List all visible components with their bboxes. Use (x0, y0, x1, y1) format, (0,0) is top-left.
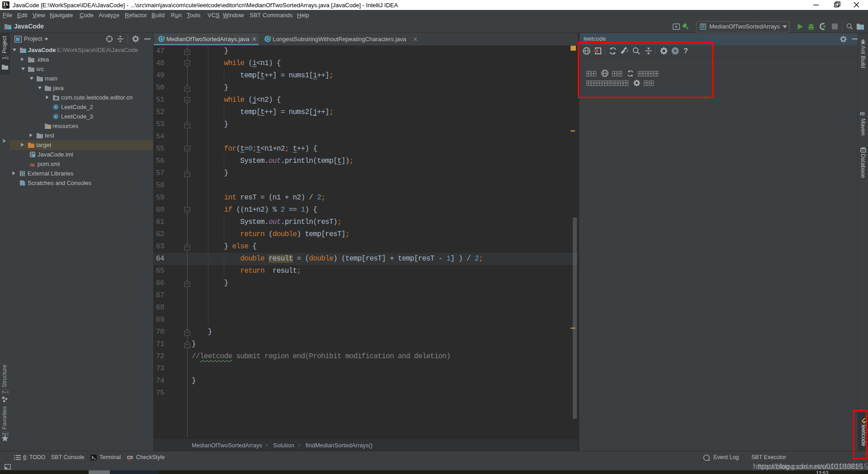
svg-text:C: C (54, 114, 57, 119)
svg-text:CS: CS (127, 455, 133, 460)
svg-text:C: C (54, 104, 57, 109)
svg-text:m: m (30, 161, 35, 167)
